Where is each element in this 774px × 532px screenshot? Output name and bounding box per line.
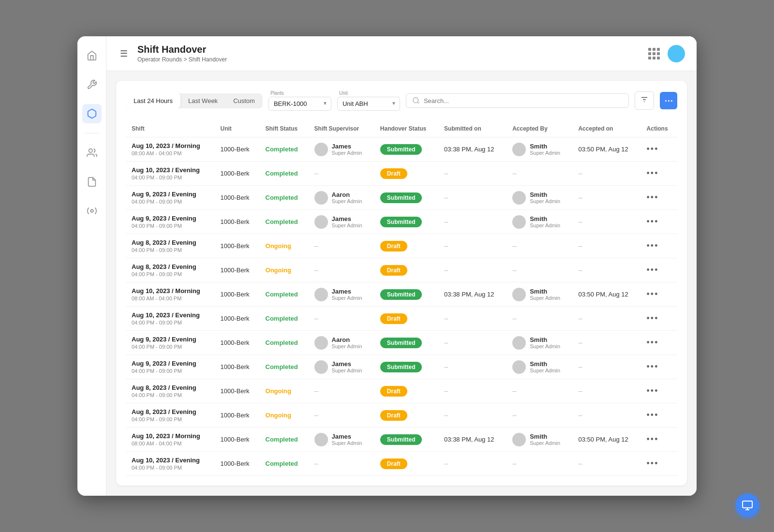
table-row: Aug 8, 2023 / Evening 04:00 PM - 09:00 P… — [126, 379, 677, 403]
cell-submitted-on: -- — [438, 258, 506, 282]
cell-unit: 1000-Berk — [214, 234, 259, 258]
supervisor-avatar — [314, 191, 328, 205]
cell-shift-status: Completed — [260, 162, 309, 186]
cell-handover-status: Submitted — [374, 355, 438, 379]
breadcrumb-link[interactable]: Operator Rounds — [137, 56, 182, 63]
header-left: ☰ Shift Handover Operator Rounds > Shift… — [118, 44, 227, 63]
cell-handover-status: Draft — [374, 234, 438, 258]
cell-shift-status: Completed — [260, 186, 309, 210]
col-accepted-on: Accepted on — [572, 120, 640, 137]
plants-select[interactable]: BERK-1000 — [268, 97, 331, 111]
cell-shift: Aug 8, 2023 / Evening 04:00 PM - 09:00 P… — [126, 258, 214, 282]
btn-lastweek[interactable]: Last Week — [180, 93, 225, 108]
cell-shift: Aug 8, 2023 / Evening 04:00 PM - 09:00 P… — [126, 403, 214, 428]
cell-handover-status: Submitted — [374, 428, 438, 452]
cell-shift: Aug 10, 2023 / Morning 08:00 AM - 04:00 … — [126, 137, 214, 162]
sidebar-icon-home[interactable] — [82, 46, 102, 65]
hamburger-button[interactable]: ☰ — [118, 46, 130, 61]
cell-shift: Aug 10, 2023 / Evening 04:00 PM - 09:00 … — [126, 452, 214, 476]
table-row: Aug 10, 2023 / Morning 08:00 AM - 04:00 … — [126, 282, 677, 307]
cell-shift-status: Completed — [260, 452, 309, 476]
row-actions-button[interactable]: ••• — [647, 265, 659, 275]
row-actions-button[interactable]: ••• — [647, 434, 659, 444]
search-wrapper — [406, 93, 629, 108]
user-avatar[interactable] — [668, 45, 685, 62]
unit-select[interactable]: Unit ABH — [337, 97, 400, 111]
cell-shift: Aug 10, 2023 / Morning 08:00 AM - 04:00 … — [126, 428, 214, 452]
cell-shift-status: Completed — [260, 137, 309, 162]
cell-unit: 1000-Berk — [214, 379, 259, 403]
grid-icon[interactable] — [648, 48, 660, 59]
cell-accepted-by: Smith Super Admin — [506, 355, 572, 379]
cell-unit: 1000-Berk — [214, 428, 259, 452]
cell-shift-status: Ongoing — [260, 234, 309, 258]
cell-supervisor: -- — [309, 162, 374, 186]
supervisor-avatar — [314, 336, 328, 350]
col-submitted-on: Submitted on — [438, 120, 506, 137]
sidebar-icon-rounds[interactable] — [82, 104, 102, 123]
filters-bar: Last 24 Hours Last Week Custom Plants BE… — [126, 90, 677, 111]
table-row: Aug 9, 2023 / Evening 04:00 PM - 09:00 P… — [126, 210, 677, 234]
cell-unit: 1000-Berk — [214, 186, 259, 210]
cell-shift: Aug 9, 2023 / Evening 04:00 PM - 09:00 P… — [126, 186, 214, 210]
unit-label: Unit — [337, 90, 400, 96]
btn-custom[interactable]: Custom — [225, 93, 263, 108]
filter-settings-button[interactable] — [635, 91, 654, 110]
row-actions-button[interactable]: ••• — [647, 192, 659, 203]
page-title: Shift Handover — [137, 44, 227, 55]
row-actions-button[interactable]: ••• — [647, 217, 659, 227]
row-actions-button[interactable]: ••• — [647, 362, 659, 372]
row-actions-button[interactable]: ••• — [647, 410, 659, 420]
cell-accepted-by: Smith Super Admin — [506, 282, 572, 307]
row-actions-button[interactable]: ••• — [647, 144, 659, 154]
cell-supervisor: Aaron Super Admin — [309, 331, 374, 355]
row-actions-button[interactable]: ••• — [647, 458, 659, 469]
table-row: Aug 10, 2023 / Evening 04:00 PM - 09:00 … — [126, 162, 677, 186]
search-input[interactable] — [424, 97, 623, 104]
cell-accepted-by: Smith Super Admin — [506, 210, 572, 234]
cell-actions: ••• — [641, 379, 677, 403]
row-actions-button[interactable]: ••• — [647, 289, 659, 299]
accepted-by-avatar — [512, 215, 526, 229]
cell-accepted-on: -- — [572, 452, 640, 476]
row-actions-button[interactable]: ••• — [647, 338, 659, 348]
svg-point-0 — [89, 149, 92, 152]
sidebar-icon-docs[interactable] — [82, 172, 102, 192]
add-button[interactable]: ⋯ — [660, 92, 677, 109]
cell-accepted-by: -- — [506, 162, 572, 186]
supervisor-avatar — [314, 360, 328, 374]
cell-supervisor: -- — [309, 258, 374, 282]
table-body: Aug 10, 2023 / Morning 08:00 AM - 04:00 … — [126, 137, 677, 476]
sidebar — [77, 36, 106, 496]
cell-unit: 1000-Berk — [214, 162, 259, 186]
table-row: Aug 10, 2023 / Evening 04:00 PM - 09:00 … — [126, 307, 677, 331]
row-actions-button[interactable]: ••• — [647, 241, 659, 251]
header-right — [648, 45, 685, 62]
cell-supervisor: James Super Admin — [309, 282, 374, 307]
monitor-fab[interactable] — [735, 493, 759, 517]
btn-last24[interactable]: Last 24 Hours — [126, 93, 180, 108]
row-actions-button[interactable]: ••• — [647, 386, 659, 396]
row-actions-button[interactable]: ••• — [647, 168, 659, 178]
cell-submitted-on: -- — [438, 186, 506, 210]
cell-unit: 1000-Berk — [214, 331, 259, 355]
cell-submitted-on: 03:38 PM, Aug 12 — [438, 137, 506, 162]
row-actions-button[interactable]: ••• — [647, 313, 659, 324]
breadcrumb-separator: > — [183, 56, 187, 63]
cell-shift-status: Completed — [260, 210, 309, 234]
sidebar-icon-settings[interactable] — [82, 201, 102, 221]
cell-accepted-by: Smith Super Admin — [506, 428, 572, 452]
header: ☰ Shift Handover Operator Rounds > Shift… — [106, 36, 697, 71]
cell-unit: 1000-Berk — [214, 355, 259, 379]
cell-accepted-on: -- — [572, 162, 640, 186]
cell-accepted-on: -- — [572, 258, 640, 282]
cell-shift: Aug 10, 2023 / Morning 08:00 AM - 04:00 … — [126, 282, 214, 307]
cell-supervisor: -- — [309, 379, 374, 403]
search-icon — [412, 97, 420, 104]
main-card: Last 24 Hours Last Week Custom Plants BE… — [116, 81, 687, 486]
cell-submitted-on: -- — [438, 355, 506, 379]
cell-unit: 1000-Berk — [214, 403, 259, 428]
breadcrumb: Operator Rounds > Shift Handover — [137, 56, 227, 63]
sidebar-icon-tools[interactable] — [82, 75, 102, 94]
sidebar-icon-users[interactable] — [82, 143, 102, 163]
